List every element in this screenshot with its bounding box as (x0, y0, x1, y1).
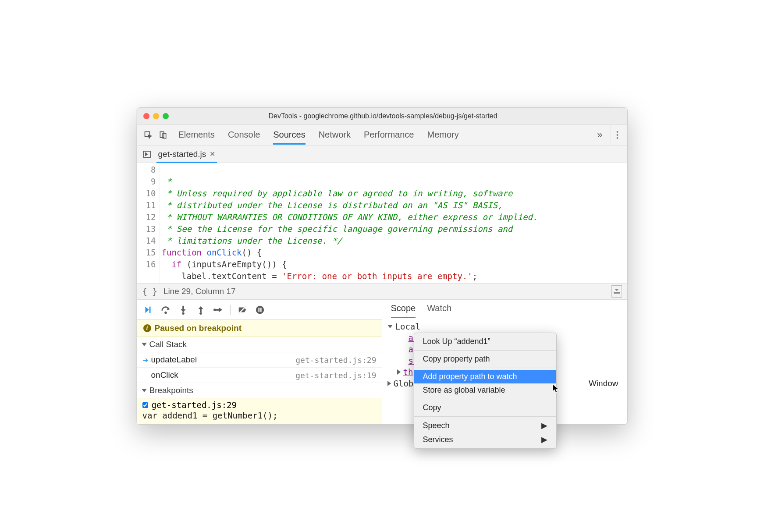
tab-scope[interactable]: Scope (391, 303, 416, 318)
current-frame-icon: ➔ (142, 356, 151, 364)
debug-toolbar (137, 300, 382, 320)
context-menu-add-watch[interactable]: Add property path to watch (414, 370, 556, 383)
tab-console[interactable]: Console (228, 125, 260, 144)
step-into-icon[interactable] (178, 305, 188, 315)
step-icon[interactable] (213, 305, 223, 315)
code-editor[interactable]: 8 9 10 11 12 13 14 15 16 * * Unless requ… (137, 163, 627, 283)
line-number: 8 (144, 164, 156, 176)
code-line: * distributed under the License is distr… (162, 200, 503, 210)
tab-memory[interactable]: Memory (427, 125, 459, 144)
scope-window-label: Window (589, 379, 618, 388)
line-number: 14 (144, 235, 156, 247)
panel-tabbar: Elements Console Sources Network Perform… (137, 124, 627, 145)
tab-sources[interactable]: Sources (273, 125, 305, 144)
code-line: function onClick() { (162, 248, 262, 257)
scope-local-header[interactable]: Local (382, 321, 627, 332)
svg-rect-7 (614, 292, 620, 294)
resume-icon[interactable] (143, 305, 153, 315)
chevron-down-icon (387, 325, 393, 328)
svg-rect-19 (260, 308, 261, 312)
close-window-button[interactable] (143, 113, 149, 119)
callstack-header[interactable]: Call Stack (137, 337, 382, 352)
paused-label: Paused on breakpoint (155, 323, 242, 333)
svg-point-9 (164, 311, 167, 314)
editor-statusbar: { } Line 29, Column 17 (137, 283, 627, 300)
code-line: label.textContent = 'Error: one or both … (162, 271, 478, 281)
code-content: * * Unless required by applicable law or… (160, 163, 627, 283)
pause-on-exceptions-icon[interactable] (255, 305, 265, 315)
debugger-pane: i Paused on breakpoint Call Stack ➔ upda… (137, 300, 627, 424)
inspect-element-icon[interactable] (141, 131, 156, 139)
callstack-item[interactable]: ➔ updateLabel get-started.js:29 (137, 352, 382, 368)
titlebar: DevTools - googlechrome.github.io/devtoo… (137, 108, 627, 124)
chevron-down-icon (142, 389, 147, 392)
callstack-fn: updateLabel (151, 355, 296, 365)
main-tabs: Elements Console Sources Network Perform… (178, 125, 593, 144)
svg-rect-18 (258, 308, 259, 312)
callstack-loc: get-started.js:19 (295, 371, 376, 380)
deactivate-breakpoints-icon[interactable] (238, 305, 247, 315)
scope-tabs: Scope Watch (382, 300, 627, 318)
breakpoints-header[interactable]: Breakpoints (137, 383, 382, 398)
step-over-icon[interactable] (161, 305, 171, 315)
chevron-right-icon (387, 381, 391, 386)
minimize-window-button[interactable] (153, 113, 159, 119)
window-title: DevTools - googlechrome.github.io/devtoo… (169, 112, 597, 120)
context-menu-services[interactable]: Services ▶ (414, 433, 556, 447)
zoom-window-button[interactable] (163, 113, 169, 119)
callstack-item[interactable]: onClick get-started.js:19 (137, 368, 382, 383)
context-menu-lookup[interactable]: Look Up “addend1” (414, 335, 556, 348)
chevron-down-icon (142, 343, 147, 346)
coverage-dropdown-icon[interactable] (611, 285, 622, 298)
traffic-lights (143, 113, 169, 119)
code-line: * (162, 177, 172, 186)
callstack-fn: onClick (151, 370, 296, 380)
svg-rect-10 (182, 305, 184, 309)
tabs-overflow-icon[interactable]: » (593, 129, 607, 141)
device-toolbar-icon[interactable] (156, 131, 171, 139)
svg-point-5 (616, 137, 618, 139)
breakpoint-checkbox[interactable] (142, 402, 148, 408)
callstack-loc: get-started.js:29 (295, 355, 376, 365)
context-menu-speech[interactable]: Speech ▶ (414, 419, 556, 433)
svg-point-15 (213, 309, 216, 311)
code-line: * See the License for the specific langu… (162, 224, 513, 234)
chevron-right-icon: ▶ (541, 435, 547, 444)
context-menu-copy[interactable]: Copy (414, 401, 556, 415)
devtools-window: DevTools - googlechrome.github.io/devtoo… (137, 107, 628, 425)
chevron-right-icon (397, 369, 401, 375)
svg-point-3 (616, 131, 618, 133)
cursor-icon (552, 384, 559, 394)
context-menu-store-global[interactable]: Store as global variable (414, 383, 556, 397)
context-menu-copy-path[interactable]: Copy property path (414, 352, 556, 366)
breakpoint-item[interactable]: get-started.js:29 var addend1 = getNumbe… (137, 398, 382, 424)
breakpoint-file: get-started.js:29 (152, 400, 237, 410)
svg-rect-8 (149, 306, 150, 313)
tab-network[interactable]: Network (319, 125, 351, 144)
pretty-print-icon[interactable]: { } (142, 287, 157, 296)
file-tabs: get-started.js ✕ (137, 145, 627, 163)
svg-point-11 (182, 312, 185, 315)
navigator-toggle-icon[interactable] (141, 150, 153, 159)
step-out-icon[interactable] (196, 305, 206, 315)
svg-rect-1 (160, 131, 163, 137)
code-line: * Unless required by applicable law or a… (162, 188, 513, 198)
chevron-right-icon: ▶ (541, 421, 547, 430)
file-tab-get-started[interactable]: get-started.js ✕ (153, 146, 221, 163)
line-number: 9 (144, 176, 156, 188)
tab-elements[interactable]: Elements (178, 125, 215, 144)
tab-performance[interactable]: Performance (364, 125, 414, 144)
tab-watch[interactable]: Watch (427, 303, 451, 318)
svg-rect-12 (200, 309, 202, 312)
code-line: * WITHOUT WARRANTIES OR CONDITIONS OF AN… (162, 212, 538, 222)
debugger-left-pane: i Paused on breakpoint Call Stack ➔ upda… (137, 300, 382, 424)
breakpoints-header-label: Breakpoints (149, 386, 193, 395)
file-tab-label: get-started.js (158, 149, 206, 159)
code-line: * limitations under the License. */ (162, 236, 342, 245)
close-file-icon[interactable]: ✕ (210, 150, 215, 158)
line-number: 11 (144, 199, 156, 211)
settings-menu-icon[interactable] (611, 124, 624, 145)
cursor-position: Line 29, Column 17 (163, 287, 236, 296)
line-gutter: 8 9 10 11 12 13 14 15 16 (137, 163, 160, 283)
line-number: 15 (144, 247, 156, 259)
